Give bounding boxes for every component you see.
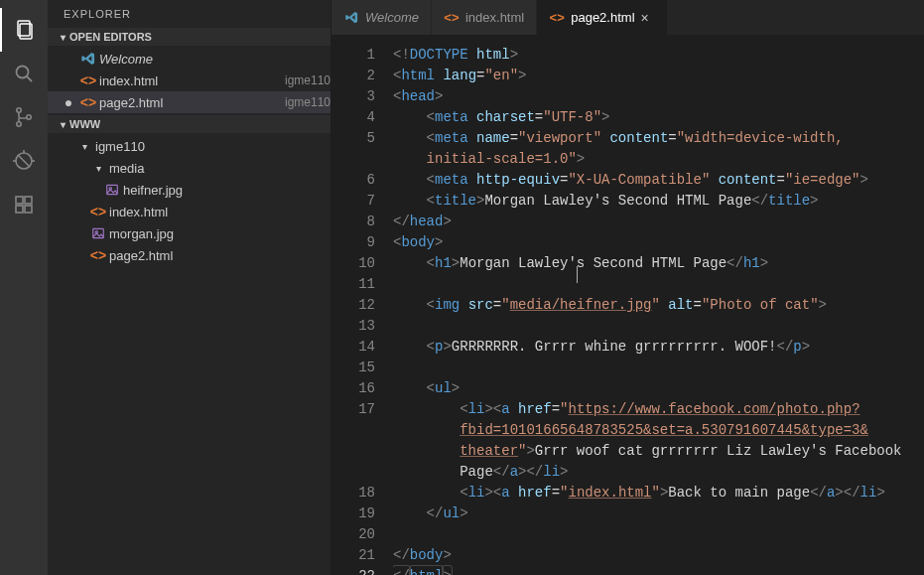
code-line[interactable]: <img src="media/heifner.jpg" alt="Photo … <box>393 295 924 316</box>
tree-item-label: media <box>109 161 330 176</box>
extensions-icon[interactable] <box>0 183 48 226</box>
file-item[interactable]: morgan.jpg <box>48 222 330 244</box>
code-line[interactable]: </ul> <box>393 503 924 524</box>
code-line[interactable]: <li><a href="index.html">Back to main pa… <box>393 483 924 503</box>
sidebar: EXPLORER OPEN EDITORS Welcome<>index.htm… <box>48 0 331 575</box>
svg-rect-16 <box>107 185 118 194</box>
tree-item-label: morgan.jpg <box>109 226 330 241</box>
svg-rect-12 <box>16 197 23 204</box>
code-line[interactable]: <h1>Morgan Lawley's Second HTML Page</h1… <box>393 253 924 274</box>
code-line[interactable]: <head> <box>393 86 924 107</box>
open-editor-item[interactable]: ●<>page2.htmligme110 <box>48 91 330 113</box>
code-content[interactable]: <!DOCTYPE html><html lang="en"><head> <m… <box>393 35 924 575</box>
folder-item[interactable]: ▾media <box>48 157 330 179</box>
line-number: 2 <box>331 66 375 86</box>
folder-item[interactable]: ▾igme110 <box>48 135 330 157</box>
file-item[interactable]: <>page2.html <box>48 244 330 266</box>
code-editor[interactable]: 12345678910111213141516171819202122 <!DO… <box>331 35 924 575</box>
code-line[interactable] <box>393 358 924 378</box>
tree-item-label: igme110 <box>95 139 330 154</box>
code-line[interactable] <box>393 524 924 545</box>
line-number <box>331 441 375 462</box>
file-item[interactable]: heifner.jpg <box>48 179 330 201</box>
code-line[interactable]: <html lang="en"> <box>393 66 924 86</box>
line-number: 16 <box>331 378 375 399</box>
svg-point-2 <box>17 67 29 78</box>
line-number: 4 <box>331 107 375 128</box>
line-number <box>331 462 375 483</box>
line-number: 6 <box>331 170 375 191</box>
code-line[interactable] <box>393 316 924 337</box>
code-line[interactable]: <meta http-equiv="X-UA-Compatible" conte… <box>393 170 924 191</box>
open-editor-label: Welcome <box>99 52 330 67</box>
code-line[interactable]: </html> <box>393 566 924 575</box>
tree-item-label: index.html <box>109 205 330 219</box>
svg-rect-13 <box>16 206 23 213</box>
editor-tab[interactable]: Welcome <box>331 0 432 35</box>
open-editor-label: page2.html <box>99 95 279 110</box>
line-number: 3 <box>331 86 375 107</box>
chevron-down-icon: ▾ <box>73 141 95 152</box>
html-file-icon: <> <box>87 247 109 263</box>
code-line[interactable]: <!DOCTYPE html> <box>393 45 924 66</box>
open-editor-label: index.html <box>99 73 279 88</box>
code-line[interactable] <box>393 274 924 295</box>
open-editors-list: Welcome<>index.htmligme110●<>page2.htmli… <box>48 46 330 115</box>
line-number: 21 <box>331 545 375 566</box>
editor-tab[interactable]: <>index.html <box>432 0 537 35</box>
chevron-down-icon <box>56 118 69 130</box>
code-line[interactable]: <meta charset="UTF-8"> <box>393 107 924 128</box>
tab-label: index.html <box>465 10 524 25</box>
code-line[interactable]: <li><a href="https://www.facebook.com/ph… <box>393 399 924 420</box>
html-file-icon: <> <box>77 94 99 110</box>
code-line[interactable]: fbid=10101665648783525&set=a.53079160744… <box>393 420 924 441</box>
editor-tab[interactable]: <>page2.html× <box>537 0 667 35</box>
code-line[interactable]: Page</a></li> <box>393 462 924 483</box>
svg-point-6 <box>27 115 31 119</box>
line-number: 7 <box>331 191 375 212</box>
search-icon[interactable] <box>0 52 48 95</box>
open-editor-item[interactable]: <>index.htmligme110 <box>48 70 330 91</box>
line-number: 12 <box>331 295 375 316</box>
line-number: 18 <box>331 483 375 503</box>
line-number: 5 <box>331 128 375 149</box>
svg-rect-14 <box>25 206 32 213</box>
line-number: 15 <box>331 358 375 378</box>
explorer-icon[interactable] <box>0 8 48 52</box>
code-line[interactable]: <meta name="viewport" content="width=dev… <box>393 128 924 149</box>
code-line[interactable]: </body> <box>393 545 924 566</box>
code-line[interactable]: <ul> <box>393 378 924 399</box>
code-line[interactable]: initial-scale=1.0"> <box>393 149 924 170</box>
code-line[interactable]: <title>Morgan Lawley's Second HTML Page<… <box>393 191 924 212</box>
tree-item-label: heifner.jpg <box>123 183 330 198</box>
line-number: 11 <box>331 274 375 295</box>
svg-point-5 <box>17 122 21 126</box>
close-icon[interactable]: × <box>641 10 655 26</box>
workspace-header[interactable]: WWW <box>48 115 330 133</box>
activity-bar <box>0 0 48 575</box>
line-number: 14 <box>331 337 375 358</box>
file-item[interactable]: <>index.html <box>48 201 330 222</box>
html-file-icon: <> <box>77 72 99 88</box>
svg-line-3 <box>27 76 32 81</box>
line-number: 22 <box>331 566 375 575</box>
source-control-icon[interactable] <box>0 95 48 139</box>
line-number: 17 <box>331 399 375 420</box>
line-number: 20 <box>331 524 375 545</box>
html-file-icon: <> <box>87 204 109 219</box>
code-line[interactable]: </head> <box>393 212 924 232</box>
svg-line-8 <box>18 155 30 167</box>
image-file-icon <box>87 226 109 240</box>
code-line[interactable]: theater">Grrr woof cat grrrrrrr Liz Lawl… <box>393 441 924 462</box>
open-editor-item[interactable]: Welcome <box>48 48 330 70</box>
editor-group: Welcome<>index.html<>page2.html× 1234567… <box>331 0 924 575</box>
open-editor-path: igme110 <box>285 95 330 109</box>
code-line[interactable]: <body> <box>393 232 924 253</box>
line-number: 13 <box>331 316 375 337</box>
debug-icon[interactable] <box>0 139 48 183</box>
dirty-indicator-icon[interactable]: ● <box>60 94 77 110</box>
svg-rect-18 <box>93 228 104 237</box>
line-number: 10 <box>331 253 375 274</box>
open-editors-header[interactable]: OPEN EDITORS <box>48 28 330 46</box>
code-line[interactable]: <p>GRRRRRRR. Grrrr whine grrrrrrrrr. WOO… <box>393 337 924 358</box>
